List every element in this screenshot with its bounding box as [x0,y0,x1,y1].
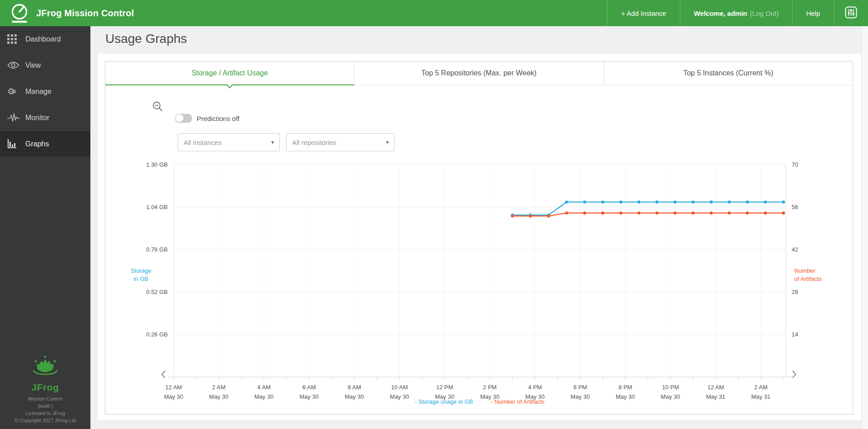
svg-text:2 PM: 2 PM [483,384,496,391]
svg-text:42: 42 [792,246,798,253]
svg-text:10 AM: 10 AM [391,384,408,391]
svg-text:14: 14 [792,331,798,338]
instances-dropdown-value: All instances [184,139,222,146]
svg-text:56: 56 [792,204,798,210]
tab-storage-artifact-usage[interactable]: Storage / Artifact Usage [105,61,354,85]
app-logo: JFrog Mission Control [10,3,134,23]
chart-legend: - Storage usage in GB - Number of Artifa… [174,398,786,405]
sidebar-item-manage[interactable]: ⚙⚙ Manage [0,79,90,105]
grid-icon [7,34,23,44]
svg-text:12 PM: 12 PM [436,384,453,391]
chevron-left-icon[interactable] [160,369,167,379]
predictions-toggle-row: Predictions off [175,114,240,123]
legend-storage: - Storage usage in GB [415,398,473,405]
svg-text:0.78 GB: 0.78 GB [146,246,168,253]
repositories-dropdown[interactable]: All repositories ▾ [286,133,395,151]
zoom-out-icon[interactable] [152,101,163,114]
sidebar-item-monitor[interactable]: Monitor [0,105,90,131]
svg-text:4 AM: 4 AM [257,384,271,391]
repositories-dropdown-value: All repositories [292,139,336,146]
svg-text:1.30 GB: 1.30 GB [146,161,168,168]
svg-text:70: 70 [792,161,798,168]
usage-graphs-panel: Storage / Artifact Usage Top 5 Repositor… [98,54,861,420]
svg-text:6 PM: 6 PM [573,384,587,391]
graph-tabs: Storage / Artifact Usage Top 5 Repositor… [105,61,853,85]
welcome-menu[interactable]: Welcome, admin (Log Out) [680,0,792,26]
toggle-knob [175,114,184,122]
sidebar-footer: JFrog Mission Control (build ) Licensed … [0,355,90,424]
welcome-text: Welcome, admin [694,9,747,17]
legend-artifacts: - Number of Artifacts [491,398,544,405]
logout-link[interactable]: (Log Out) [750,9,778,17]
sidebar-item-label: View [25,61,41,70]
predictions-toggle[interactable] [175,114,192,123]
sidebar-item-label: Graphs [25,140,49,148]
chevron-down-icon: ▾ [386,139,389,145]
jfrog-wordmark: JFrog [0,382,90,393]
sidebar-item-dashboard[interactable]: Dashboard [0,26,90,52]
sidebar: Dashboard View ⚙⚙ Manage Monitor [0,26,90,429]
svg-text:12 AM: 12 AM [165,384,182,391]
eye-icon [7,61,23,69]
sidebar-item-view[interactable]: View [0,52,90,79]
usage-chart-svg: 12 AMMay 302 AMMay 304 AMMay 306 AMMay 3… [105,156,853,415]
svg-text:12 AM: 12 AM [708,384,724,391]
settings-button[interactable] [834,0,868,26]
sliders-icon [845,6,857,20]
svg-text:1.04 GB: 1.04 GB [146,204,168,210]
footer-line: (build ) [0,403,90,410]
sidebar-item-graphs[interactable]: Graphs [0,131,90,157]
instances-dropdown[interactable]: All instances ▾ [178,133,280,151]
left-axis-title: Storagein GB [122,267,160,283]
main-content: Usage Graphs Storage / Artifact Usage To… [90,26,868,429]
scrollbar-track[interactable] [861,26,868,429]
page-title: Usage Graphs [105,32,187,46]
svg-text:8 PM: 8 PM [618,384,632,391]
usage-chart: 12 AMMay 302 AMMay 304 AMMay 306 AMMay 3… [105,156,853,415]
sidebar-item-label: Monitor [25,114,49,122]
svg-text:2 AM: 2 AM [212,384,226,391]
svg-text:0.52 GB: 0.52 GB [146,289,168,295]
bar-chart-icon [7,139,23,149]
app-root: JFrog Mission Control + Add Instance Wel… [0,0,868,429]
svg-text:4 PM: 4 PM [528,384,542,391]
sidebar-item-label: Dashboard [25,35,61,43]
help-button[interactable]: Help [792,0,834,26]
tab-top5-repositories[interactable]: Top 5 Repositories (Max. per Week) [354,61,603,85]
top-bar: JFrog Mission Control + Add Instance Wel… [0,0,868,26]
chevron-right-icon[interactable] [791,369,797,379]
top-bar-actions: + Add Instance Welcome, admin (Log Out) … [607,0,868,26]
chevron-down-icon: ▾ [271,139,274,145]
svg-text:2 AM: 2 AM [754,384,768,391]
sidebar-item-label: Manage [25,88,52,96]
tab-top5-instances[interactable]: Top 5 Instances (Current %) [604,61,853,85]
svg-text:0.26 GB: 0.26 GB [146,331,168,338]
add-instance-button[interactable]: + Add Instance [607,0,680,26]
footer-line: © Copyright 2017 JFrog Ltd [0,417,90,424]
gears-icon: ⚙⚙ [7,87,23,96]
app-title: JFrog Mission Control [36,8,134,19]
svg-text:6 AM: 6 AM [302,384,316,391]
footer-line: Mission Control [0,396,90,403]
right-axis-title: Numberof Artifacts [794,267,836,283]
pulse-icon [7,112,23,123]
active-tab-notch [227,83,233,89]
footer-line: Licensed to JFrog [0,410,90,417]
predictions-label: Predictions off [197,115,240,122]
svg-text:28: 28 [792,289,798,295]
svg-text:10 PM: 10 PM [662,384,679,391]
svg-text:8 AM: 8 AM [348,384,361,391]
jfrog-frog-logo [0,355,90,381]
gauge-icon [10,3,29,23]
graphs-card: Storage / Artifact Usage Top 5 Repositor… [105,61,853,415]
